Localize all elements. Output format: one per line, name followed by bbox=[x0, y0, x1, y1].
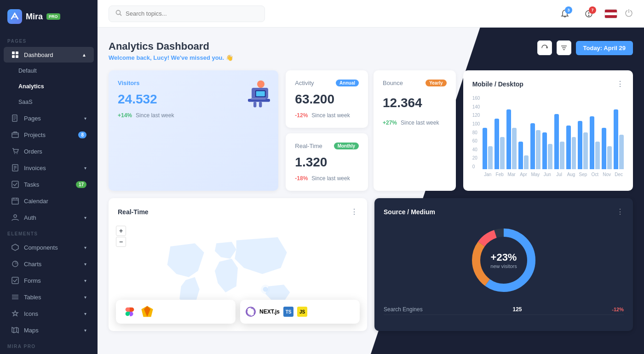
components-label: Components bbox=[24, 244, 58, 251]
activity-value: 63.200 bbox=[295, 92, 359, 107]
sidebar-item-calendar[interactable]: Calendar bbox=[4, 193, 94, 209]
components-chevron: ▾ bbox=[84, 245, 86, 250]
sidebar-item-maps[interactable]: Maps ▾ bbox=[4, 322, 94, 338]
sidebar-item-tables[interactable]: Tables ▾ bbox=[4, 289, 94, 305]
search-input[interactable] bbox=[126, 10, 258, 17]
power-button[interactable] bbox=[625, 9, 633, 19]
donut-label: new visitors bbox=[490, 263, 517, 269]
bar-group-9 bbox=[590, 116, 600, 169]
source-menu-btn[interactable]: ⋮ bbox=[616, 207, 624, 216]
typescript-icon: TS bbox=[283, 307, 293, 317]
bar-group-2 bbox=[506, 109, 517, 169]
language-flag[interactable] bbox=[604, 9, 617, 18]
activity-card: Activity Annual 63.200 -12% Since last w… bbox=[286, 70, 368, 128]
source-rows: Search Engines 125 -12% bbox=[384, 304, 624, 315]
sidebar-item-analytics[interactable]: Analytics bbox=[4, 79, 94, 94]
notifications-alert-btn[interactable]: 7 bbox=[581, 6, 597, 22]
refresh-button[interactable] bbox=[537, 40, 552, 55]
map-menu-btn[interactable]: ⋮ bbox=[351, 207, 358, 216]
realtime-value: 1.320 bbox=[295, 155, 359, 170]
svg-point-20 bbox=[14, 215, 17, 217]
charts-label: Charts bbox=[24, 261, 41, 268]
dashboard-chevron: ▲ bbox=[82, 52, 86, 57]
bar-light-6 bbox=[560, 142, 564, 169]
projects-badge: 8 bbox=[78, 131, 86, 138]
chart-menu-btn[interactable]: ⋮ bbox=[616, 80, 624, 88]
svg-rect-1 bbox=[16, 51, 18, 54]
bar-light-7 bbox=[572, 137, 576, 169]
bar-chart-wrapper: 0 20 40 60 80 100 120 140 160 bbox=[472, 96, 624, 177]
map-title: Real-Time bbox=[118, 208, 149, 216]
charts-icon bbox=[11, 260, 19, 268]
donut-center: +23% new visitors bbox=[490, 251, 517, 269]
bar-light-0 bbox=[488, 146, 493, 169]
map-header: Real-Time ⋮ bbox=[118, 207, 358, 216]
tasks-badge: 17 bbox=[76, 181, 86, 188]
tables-icon bbox=[11, 293, 19, 301]
filter-button[interactable] bbox=[557, 40, 571, 55]
page-title-group: Analytics Dashboard Welcome back, Lucy! … bbox=[109, 40, 233, 61]
sidebar-item-orders[interactable]: Orders bbox=[4, 143, 94, 159]
orders-label: Orders bbox=[24, 148, 42, 155]
svg-rect-23 bbox=[12, 277, 18, 284]
calendar-label: Calendar bbox=[24, 198, 48, 205]
topbar: 3 7 bbox=[98, 0, 644, 28]
header-actions: Today: April 29 bbox=[537, 40, 633, 55]
app-logo: Mira PRO bbox=[0, 0, 98, 33]
sidebar-item-tasks[interactable]: Tasks 17 bbox=[4, 177, 94, 192]
sidebar-item-icons[interactable]: Icons ▾ bbox=[4, 306, 94, 321]
tables-label: Tables bbox=[24, 294, 41, 301]
today-button[interactable]: Today: April 29 bbox=[576, 41, 633, 55]
chart-title: Mobile / Desktop bbox=[472, 80, 523, 88]
auth-label: Auth bbox=[24, 214, 36, 221]
figma-sketch-card bbox=[116, 300, 236, 324]
icons-label: Icons bbox=[24, 310, 38, 317]
tasks-icon bbox=[11, 181, 19, 188]
projects-label: Projects bbox=[24, 131, 46, 138]
bar-light-11 bbox=[619, 135, 624, 169]
tech-logos-overlay: NEXT.js TS JS bbox=[116, 300, 360, 324]
bar-group-1 bbox=[494, 119, 505, 169]
javascript-icon: JS bbox=[297, 307, 307, 317]
sidebar-item-charts[interactable]: Charts ▾ bbox=[4, 256, 94, 272]
tables-chevron: ▾ bbox=[84, 295, 86, 300]
sidebar-item-default[interactable]: Default bbox=[4, 63, 94, 78]
activity-badge: Annual bbox=[336, 80, 359, 86]
sidebar-item-dashboard[interactable]: Dashboard ▲ bbox=[4, 47, 94, 63]
bar-group-10 bbox=[602, 128, 612, 169]
components-icon bbox=[11, 244, 19, 251]
forms-chevron: ▾ bbox=[84, 278, 86, 283]
sidebar-item-invoices[interactable]: Invoices ▾ bbox=[4, 160, 94, 176]
bar-light-3 bbox=[524, 155, 529, 169]
pages-section-label: PAGES bbox=[0, 33, 98, 46]
icons-icon bbox=[11, 310, 19, 317]
sidebar-item-auth[interactable]: Auth ▾ bbox=[4, 210, 94, 225]
notifications-bell-btn[interactable]: 3 bbox=[557, 6, 573, 22]
donut-percentage: +23% bbox=[490, 251, 517, 263]
maps-label: Maps bbox=[24, 327, 39, 334]
chart-header: Mobile / Desktop ⋮ bbox=[472, 80, 624, 88]
svg-marker-21 bbox=[12, 244, 18, 251]
bottom-grid: Real-Time ⋮ + − bbox=[98, 198, 644, 342]
sidebar-item-projects[interactable]: Projects 8 bbox=[4, 127, 94, 143]
sidebar-item-pages[interactable]: Pages ▾ bbox=[4, 110, 94, 126]
pages-icon bbox=[11, 114, 19, 122]
invoices-label: Invoices bbox=[24, 165, 46, 171]
sidebar-item-components[interactable]: Components ▾ bbox=[4, 240, 94, 255]
bounce-label: Bounce Yearly bbox=[383, 80, 447, 86]
bar-group-11 bbox=[614, 109, 624, 169]
visitors-illustration bbox=[237, 75, 274, 112]
visitors-card: Visitors bbox=[109, 70, 278, 191]
invoices-icon bbox=[11, 164, 19, 171]
bar-group-6 bbox=[554, 114, 564, 169]
svg-marker-27 bbox=[12, 327, 18, 333]
svg-rect-16 bbox=[12, 198, 18, 204]
sidebar-item-saas[interactable]: SaaS bbox=[4, 95, 94, 109]
sidebar-item-forms[interactable]: Forms ▾ bbox=[4, 273, 94, 288]
source-change: -12% bbox=[612, 307, 624, 312]
svg-point-30 bbox=[116, 10, 121, 14]
sidebar: Mira PRO PAGES Dashboard ▲ Default Analy… bbox=[0, 0, 98, 354]
pages-label: Pages bbox=[24, 115, 41, 122]
source-row-search: Search Engines 125 -12% bbox=[384, 304, 624, 315]
search-box[interactable] bbox=[109, 6, 265, 22]
